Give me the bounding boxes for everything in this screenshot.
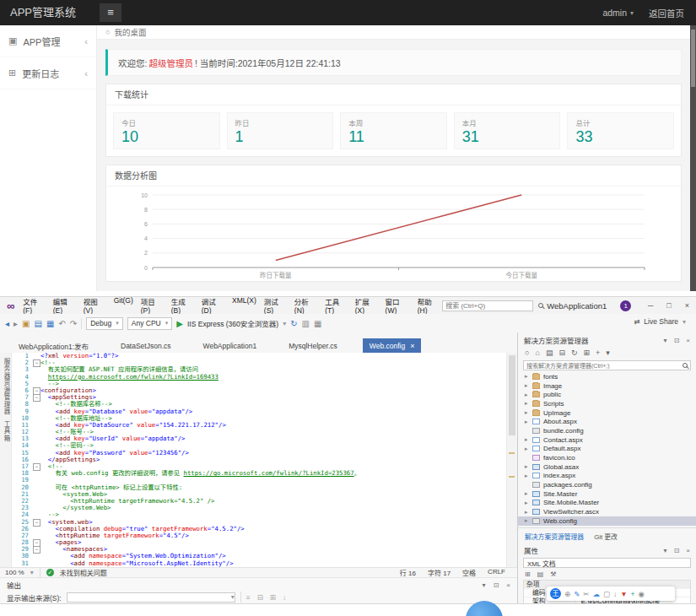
- output-source-value[interactable]: [67, 593, 231, 601]
- solution-search-box[interactable]: [523, 360, 691, 370]
- tree-item[interactable]: ▸ fonts: [518, 372, 696, 381]
- save-all-icon[interactable]: ▦: [46, 319, 54, 328]
- code-editor[interactable]: 1<?xml version="1.0"?>2<!--3 有关如何配置 ASP.…: [12, 353, 506, 567]
- sidebar-item[interactable]: ▣ APP管理 ‹: [0, 25, 96, 57]
- tree-item[interactable]: ▸ ViewSwitcher.ascx: [518, 507, 696, 516]
- ime-toolbar-icon[interactable]: ◉: [639, 590, 645, 598]
- expand-arrow-icon[interactable]: ▸: [525, 463, 532, 470]
- close-button[interactable]: ×: [685, 301, 689, 310]
- menu-item[interactable]: Git(G): [112, 295, 135, 316]
- solution-configuration-dropdown[interactable]: Debug▾: [86, 317, 123, 330]
- server-explorer-strip[interactable]: 服务器资源管理器: [2, 358, 11, 415]
- expand-arrow-icon[interactable]: ▸: [525, 509, 532, 516]
- tab-solution-explorer[interactable]: 解决方案资源管理器: [525, 532, 584, 541]
- document-tab[interactable]: MysqlHelper.cs: [282, 338, 349, 353]
- tree-item[interactable]: ▸ Scripts: [518, 399, 696, 408]
- ime-toolbar-icon[interactable]: ✂: [583, 590, 589, 598]
- cursor-position-field[interactable]: CRLF: [488, 568, 505, 577]
- zoom-caret-icon[interactable]: ▾: [30, 569, 34, 576]
- output-toolbar-icon[interactable]: ≡: [246, 593, 251, 602]
- refresh-icon[interactable]: ↻: [290, 319, 297, 328]
- sidebar-item[interactable]: ⊞ 更新日志 ‹: [0, 57, 96, 89]
- document-tab[interactable]: DataSetJson.cs: [114, 338, 183, 353]
- cursor-position-field[interactable]: 空格: [462, 568, 476, 577]
- expand-arrow-icon[interactable]: ▸: [525, 419, 532, 425]
- navigate-forward-icon[interactable]: ▸: [13, 319, 18, 328]
- live-share-button[interactable]: ⇄ Live Share ▾: [634, 317, 686, 326]
- tree-item[interactable]: ▸ Contact.aspx: [518, 435, 696, 445]
- menu-item[interactable]: 编辑(E): [51, 295, 78, 316]
- solution-toolbar-icon[interactable]: ⌂: [535, 349, 539, 357]
- quick-search-input[interactable]: [445, 302, 538, 310]
- tree-item[interactable]: ▸ Image: [518, 381, 696, 391]
- menu-item[interactable]: 扩展(X): [353, 295, 380, 316]
- expand-arrow-icon[interactable]: ▸: [525, 392, 532, 398]
- expand-arrow-icon[interactable]: ▸: [525, 409, 532, 416]
- solution-toolbar-icon[interactable]: ▤: [546, 349, 553, 357]
- tab-close-icon[interactable]: ×: [410, 342, 414, 350]
- new-file-icon[interactable]: ▣: [22, 319, 30, 328]
- cursor-position-field[interactable]: 行 16: [400, 568, 416, 577]
- debug-target-label[interactable]: IIS Express (360安全浏览器): [187, 318, 278, 328]
- menu-item[interactable]: 视图(V): [82, 295, 108, 316]
- tree-item[interactable]: favicon.ico: [518, 453, 696, 462]
- solution-toolbar-icon[interactable]: ▾: [606, 349, 610, 357]
- menu-item[interactable]: 项目(P): [139, 295, 165, 316]
- tree-item[interactable]: packages.config: [518, 480, 696, 489]
- properties-object-dropdown[interactable]: XML 文档: [523, 558, 691, 568]
- ime-toolbar-icon[interactable]: ▢: [603, 590, 610, 598]
- user-menu[interactable]: admin▾: [602, 8, 634, 18]
- tree-item[interactable]: ▸ Web.config: [518, 516, 696, 526]
- panel-close-icon[interactable]: ×: [686, 547, 690, 554]
- ime-toolbar-icon[interactable]: ↓: [613, 590, 617, 598]
- tree-item[interactable]: ▸ public: [518, 390, 696, 399]
- output-toolbar-icon[interactable]: ↓: [283, 593, 286, 602]
- tree-item[interactable]: ▸ Site.Master: [518, 489, 696, 499]
- expand-arrow-icon[interactable]: ▸: [525, 473, 532, 479]
- page-scrollbar[interactable]: [690, 25, 696, 291]
- ime-logo-icon[interactable]: 王: [550, 588, 561, 599]
- panel-close-icon[interactable]: ×: [686, 337, 690, 344]
- tree-item[interactable]: bundle.config: [518, 426, 696, 435]
- alphabetical-icon[interactable]: ▤: [537, 570, 544, 578]
- menu-item[interactable]: 调试(D): [200, 295, 226, 316]
- panel-close-icon[interactable]: ×: [506, 581, 510, 589]
- save-icon[interactable]: ▤: [35, 319, 42, 328]
- editor-scrollbar-thumb[interactable]: [509, 355, 515, 435]
- start-debug-icon[interactable]: ▶: [176, 319, 183, 328]
- expand-arrow-icon[interactable]: ▸: [525, 373, 532, 380]
- minimize-button[interactable]: ─: [648, 301, 653, 310]
- solution-toolbar-icon[interactable]: ⊟: [558, 349, 565, 357]
- menu-item[interactable]: 生成(B): [170, 295, 196, 316]
- menu-item[interactable]: XML(X): [230, 295, 258, 316]
- menu-item[interactable]: 分析(N): [293, 295, 319, 316]
- ime-toolbar-icon[interactable]: +: [631, 590, 635, 598]
- ime-toolbar-icon[interactable]: ✎: [574, 590, 580, 598]
- pin-icon[interactable]: ⊡: [674, 547, 680, 554]
- debug-target-caret-icon[interactable]: ▾: [283, 320, 286, 327]
- ime-toolbar-icon[interactable]: ▼: [620, 590, 627, 598]
- tab-git-changes[interactable]: Git 更改: [594, 532, 618, 541]
- panel-dropdown-icon[interactable]: ▾: [664, 547, 667, 554]
- solution-platform-dropdown[interactable]: Any CPU▾: [127, 317, 172, 330]
- pin-icon[interactable]: ⊡: [494, 581, 499, 589]
- expand-arrow-icon[interactable]: ▸: [525, 436, 532, 443]
- redo-icon[interactable]: ↷: [70, 319, 77, 328]
- editor-scrollbar[interactable]: [506, 353, 517, 567]
- solution-toolbar-icon[interactable]: ⊞: [583, 349, 590, 357]
- menu-item[interactable]: 文件(F): [21, 295, 46, 316]
- notification-badge[interactable]: 1: [620, 300, 631, 311]
- pin-icon[interactable]: ⊡: [674, 337, 680, 344]
- categorized-icon[interactable]: ⊞: [525, 570, 531, 578]
- find-in-files-icon[interactable]: ▥: [302, 319, 310, 328]
- toolbox-strip[interactable]: 工具箱: [2, 420, 11, 442]
- menu-item[interactable]: 帮助(H): [416, 295, 442, 316]
- output-toolbar-icon[interactable]: ⊟: [257, 593, 263, 602]
- output-source-dropdown[interactable]: ▾: [67, 592, 235, 602]
- expand-arrow-icon[interactable]: ▸: [525, 500, 532, 506]
- desktop-tab[interactable]: ○ 我的桌面: [97, 25, 690, 40]
- document-tab[interactable]: Web.config ×: [363, 338, 422, 353]
- output-toolbar-icon[interactable]: ⊞: [270, 593, 276, 602]
- expand-arrow-icon[interactable]: ▸: [525, 400, 532, 407]
- navigate-back-icon[interactable]: ◂: [5, 319, 9, 328]
